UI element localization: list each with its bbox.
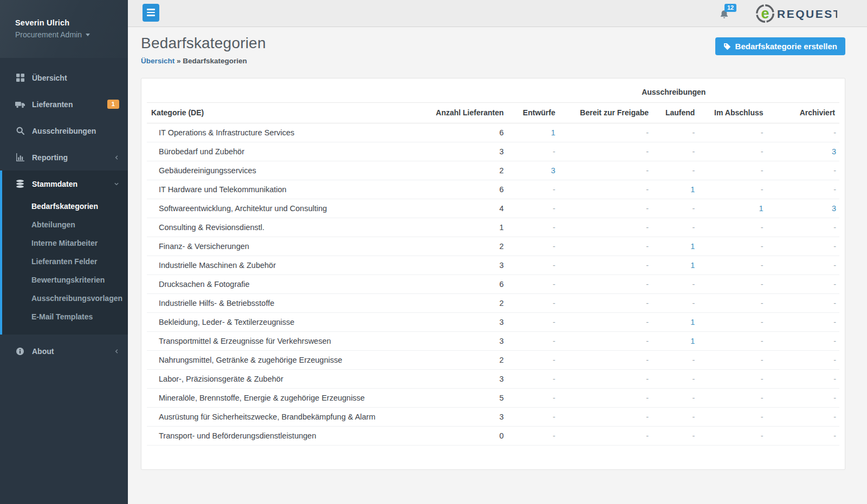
entwuerfe-cell: - (508, 427, 560, 446)
ausschreibung-count-link[interactable]: 3 (832, 204, 836, 213)
group-header-row: Ausschreibungen (147, 82, 839, 103)
category-cell: Mineralöle, Brennstoffe, Energie & zugeh… (147, 389, 429, 408)
supplier-count-cell: 2 (429, 237, 508, 256)
submenu-item-abteilungen[interactable]: Abteilungen (2, 215, 128, 234)
laufend-cell: - (653, 351, 699, 370)
category-cell: Transport- und Beförderungsdienstleistun… (147, 427, 429, 446)
supplier-count-cell: 3 (429, 256, 508, 275)
ausschreibung-count-link[interactable]: 1 (759, 204, 764, 213)
sidebar-item-label: About (32, 347, 54, 356)
user-role-dropdown[interactable]: Procurement Admin (15, 30, 117, 39)
bereit-zur-freigabe-cell: - (560, 370, 653, 389)
ausschreibung-count-link[interactable]: 1 (690, 242, 695, 251)
submenu-item-email-templates[interactable]: E-Mail Templates (2, 307, 128, 326)
ausschreibung-count-link[interactable]: 1 (690, 261, 695, 270)
category-cell: Labor-, Präzisionsgeräte & Zubehör (147, 370, 429, 389)
category-cell: Drucksachen & Fotografie (147, 275, 429, 294)
ausschreibung-count-link[interactable]: 1 (690, 185, 695, 194)
sidebar-item-about[interactable]: About (0, 338, 128, 364)
submenu-item-ausschreibungsvorlagen[interactable]: Ausschreibungsvorlagen (2, 289, 128, 307)
sidebar-menu: Übersicht Lieferanten 1 Ausschreibungen … (0, 58, 128, 504)
ausschreibung-count-link[interactable]: 1 (690, 318, 695, 326)
submenu-item-interne-mitarbeiter[interactable]: Interne Mitarbeiter (2, 234, 128, 252)
sidebar-item-reporting[interactable]: Reporting (0, 144, 128, 171)
app-logo: e REQUEST (755, 3, 837, 24)
im-abschluss-cell: 1 (699, 199, 767, 218)
entwuerfe-cell: - (508, 370, 560, 389)
table-row: Mineralöle, Brennstoffe, Energie & zugeh… (147, 389, 839, 408)
table-row: Industrielle Hilfs- & Betriebsstoffe2---… (147, 294, 839, 313)
entwuerfe-cell: 3 (508, 161, 560, 180)
ausschreibung-count-link[interactable]: 3 (832, 147, 836, 156)
category-table-body: IT Operations & Infrastructure Services6… (147, 123, 839, 446)
supplier-count-cell: 1 (429, 218, 508, 237)
bereit-zur-freigabe-cell: - (560, 408, 653, 427)
chevron-left-icon (114, 349, 119, 354)
column-header-row: Kategorie (DE) Anzahl Lieferanten Entwür… (147, 103, 839, 123)
ausschreibung-count-link[interactable]: 1 (690, 337, 695, 345)
archiviert-cell: - (768, 389, 839, 408)
category-cell: Gebäudereinigungsservices (147, 161, 429, 180)
column-header-laufend: Laufend (653, 103, 699, 123)
notifications-button[interactable]: 12 (720, 10, 729, 21)
bereit-zur-freigabe-cell: - (560, 389, 653, 408)
supplier-count-cell: 2 (429, 294, 508, 313)
category-cell: Bekleidung, Leder- & Textilerzeugnisse (147, 313, 429, 332)
supplier-count-cell: 6 (429, 180, 508, 199)
category-cell: Transportmittel & Erzeugnisse für Verkeh… (147, 332, 429, 351)
content-header: Bedarfskategorien Übersicht » Bedarfskat… (141, 35, 845, 65)
sidebar-item-uebersicht[interactable]: Übersicht (0, 64, 128, 91)
laufend-cell: - (653, 389, 699, 408)
database-icon (15, 180, 25, 188)
entwuerfe-cell: - (508, 218, 560, 237)
column-header-anzahl-lieferanten: Anzahl Lieferanten (429, 103, 508, 123)
stammdaten-submenu: Bedarfskategorien Abteilungen Interne Mi… (2, 197, 128, 326)
bereit-zur-freigabe-cell: - (560, 427, 653, 446)
ausschreibung-count-link[interactable]: 3 (551, 166, 555, 175)
sidebar-item-ausschreibungen[interactable]: Ausschreibungen (0, 117, 128, 144)
sidebar-item-lieferanten[interactable]: Lieferanten 1 (0, 91, 128, 117)
supplier-count-cell: 6 (429, 123, 508, 142)
table-row: Industrielle Maschinen & Zubehör3--1-- (147, 256, 839, 275)
table-row: Gebäudereinigungsservices23---- (147, 161, 839, 180)
submenu-item-bedarfskategorien[interactable]: Bedarfskategorien (2, 197, 128, 215)
supplier-count-cell: 4 (429, 199, 508, 218)
im-abschluss-cell: - (699, 313, 767, 332)
submenu-item-lieferanten-felder[interactable]: Lieferanten Felder (2, 252, 128, 271)
create-category-button[interactable]: Bedarfskategorie erstellen (715, 37, 845, 55)
group-header-ausschreibungen: Ausschreibungen (508, 82, 839, 103)
laufend-cell: - (653, 161, 699, 180)
category-cell: Industrielle Maschinen & Zubehör (147, 256, 429, 275)
table-head: Ausschreibungen Kategorie (DE) Anzahl Li… (147, 82, 839, 123)
im-abschluss-cell: - (699, 218, 767, 237)
ausschreibung-count-link[interactable]: 1 (551, 128, 555, 137)
chevron-left-icon (114, 155, 119, 160)
supplier-count-cell: 3 (429, 370, 508, 389)
breadcrumb-home-link[interactable]: Übersicht (141, 57, 174, 65)
sidebar-item-label: Ausschreibungen (32, 127, 96, 135)
entwuerfe-cell: - (508, 199, 560, 218)
sidebar-item-stammdaten[interactable]: Stammdaten (2, 171, 128, 197)
archiviert-cell: - (768, 123, 839, 142)
bereit-zur-freigabe-cell: - (560, 123, 653, 142)
entwuerfe-cell: - (508, 237, 560, 256)
sidebar-item-label: Stammdaten (32, 180, 77, 188)
column-header-archiviert: Archiviert (768, 103, 839, 123)
entwuerfe-cell: - (508, 332, 560, 351)
sidebar-toggle-button[interactable] (143, 4, 159, 22)
archiviert-cell: 3 (768, 142, 839, 161)
user-name: Severin Ulrich (15, 18, 117, 27)
category-cell: IT Hardware und Telekommunikation (147, 180, 429, 199)
archiviert-cell: 3 (768, 199, 839, 218)
truck-icon (15, 100, 25, 108)
entwuerfe-cell: 1 (508, 123, 560, 142)
entwuerfe-cell: - (508, 408, 560, 427)
submenu-item-bewertungskriterien[interactable]: Bewertungskriterien (2, 271, 128, 289)
notification-count-badge: 12 (724, 4, 736, 12)
im-abschluss-cell: - (699, 427, 767, 446)
archiviert-cell: - (768, 237, 839, 256)
im-abschluss-cell: - (699, 332, 767, 351)
archiviert-cell: - (768, 332, 839, 351)
im-abschluss-cell: - (699, 351, 767, 370)
bereit-zur-freigabe-cell: - (560, 237, 653, 256)
